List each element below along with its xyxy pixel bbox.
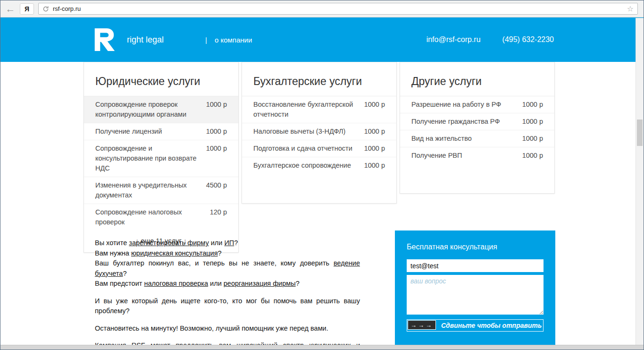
service-price: 1000 р: [364, 127, 385, 137]
consultation-panel: Бесплатная консультация →→→ Сдвиньте что…: [395, 230, 555, 346]
slider-label: Сдвиньте чтобы отправить: [441, 320, 542, 331]
service-name: Изменения в учредительных документах: [95, 180, 201, 200]
intro-paragraph-5: И вы уже который день ищете кого-то, кто…: [95, 296, 360, 316]
nav-about-company[interactable]: о компании: [215, 36, 252, 44]
consultation-title: Бесплатная консультация: [407, 243, 544, 251]
service-row[interactable]: Сопровождение и консультирование при воз…: [84, 140, 238, 177]
reload-icon[interactable]: [42, 6, 49, 12]
service-row[interactable]: Вид на жительство 1000 р: [400, 130, 554, 147]
service-price: 4500 р: [206, 180, 227, 200]
card-other-services: Другие услуги Разрешение на работу в РФ …: [400, 62, 555, 194]
service-price: 1000 р: [206, 144, 227, 173]
service-price: 1000 р: [522, 117, 543, 127]
tax-audit-link[interactable]: налоговая проверка: [144, 280, 208, 287]
service-cards: Юридические услуги Сопровождение проверо…: [84, 62, 555, 253]
service-name: Бухгалтерское сопровождение: [253, 161, 351, 171]
service-price: 1000 р: [522, 151, 543, 161]
card-legal-services: Юридические услуги Сопровождение проверо…: [84, 62, 239, 253]
service-row[interactable]: Получение лицензий 1000 р: [84, 123, 238, 140]
service-name: Получение лицензий: [95, 127, 162, 137]
email-field[interactable]: [407, 259, 544, 272]
service-name: Разрешение на работу в РФ: [411, 100, 501, 110]
rsf-logo-icon[interactable]: [91, 27, 117, 52]
window-status-strip: [0, 345, 644, 350]
slider-handle[interactable]: →→→: [408, 320, 436, 330]
service-row[interactable]: Получение гражданства РФ 1000 р: [400, 113, 554, 130]
send-slider[interactable]: →→→ Сдвиньте чтобы отправить: [407, 319, 544, 332]
service-row[interactable]: Получение РВП 1000 р: [400, 147, 554, 164]
service-row[interactable]: Разрешение на работу в РФ 1000 р: [400, 96, 554, 113]
brand-name: right legal: [127, 35, 164, 45]
service-name: Налоговые вычеты (3-НДФЛ): [253, 127, 345, 137]
page-scrollbar[interactable]: [636, 18, 644, 345]
url-text[interactable]: rsf-corp.ru: [53, 5, 81, 12]
service-row[interactable]: Налоговые вычеты (3-НДФЛ) 1000 р: [242, 123, 396, 140]
service-name: Получение РВП: [411, 151, 462, 161]
yandex-browser-icon[interactable]: Я: [20, 3, 34, 15]
service-row[interactable]: Бухгалтерское сопровождение 1000 р: [242, 157, 396, 174]
service-name: Восстановление бухгалтерской отчетности: [253, 100, 359, 120]
card-title: Юридические услуги: [84, 62, 238, 96]
service-name: Вид на жительство: [411, 134, 472, 144]
service-price: 1000 р: [364, 161, 385, 171]
service-name: Сопровождение налоговых проверок: [95, 207, 204, 227]
service-price: 1000 р: [364, 100, 385, 120]
service-row[interactable]: Изменения в учредительных документах 450…: [84, 177, 238, 204]
intro-line-2: Вам нужна юридическая консультация?: [95, 248, 360, 259]
question-field[interactable]: [407, 275, 544, 315]
card-title: Другие услуги: [400, 62, 554, 96]
bookmark-star-icon[interactable]: ☆: [627, 5, 634, 13]
intro-line-4: Вам предстоит налоговая проверка или рео…: [95, 279, 360, 289]
service-name: Подготовка и сдача отчетности: [253, 144, 352, 154]
intro-paragraph-6: Остановитесь на минутку! Возможно, лучши…: [95, 324, 360, 334]
service-row[interactable]: Подготовка и сдача отчетности 1000 р: [242, 140, 396, 157]
service-name: Сопровождение проверок контролирующими о…: [95, 100, 201, 120]
intro-line-1: Вы хотите зарегистрировать фирму или ИП?: [95, 238, 360, 248]
scrollbar-thumb[interactable]: [637, 120, 643, 146]
service-price: 1000 р: [206, 127, 227, 137]
service-row[interactable]: Восстановление бухгалтерской отчетности …: [242, 96, 396, 123]
service-price: 120 р: [210, 207, 227, 227]
service-row[interactable]: Сопровождение налоговых проверок 120 р: [84, 204, 238, 230]
ip-link[interactable]: ИП: [224, 239, 234, 247]
reorganization-link[interactable]: реорганизация фирмы: [224, 280, 296, 287]
browser-window: ← Я rsf-corp.ru ☆ right legal | о компан…: [0, 0, 644, 350]
back-icon[interactable]: ←: [5, 4, 16, 14]
intro-line-3: Ваш бухгалтер покинул вас, и теперь вы н…: [95, 258, 360, 279]
header-email[interactable]: info@rsf-corp.ru: [427, 35, 481, 44]
browser-toolbar: ← Я rsf-corp.ru ☆: [0, 0, 644, 17]
service-price: 1000 р: [522, 134, 543, 144]
header-phone[interactable]: (495) 632-2230: [502, 35, 554, 44]
service-name: Получение гражданства РФ: [411, 117, 500, 127]
service-price: 1000 р: [364, 144, 385, 154]
url-bar[interactable]: rsf-corp.ru ☆: [38, 3, 638, 15]
site-header: right legal | о компании info@rsf-corp.r…: [0, 17, 644, 62]
register-company-link[interactable]: зарегистрировать фирму: [129, 239, 209, 247]
header-divider: |: [205, 36, 207, 44]
legal-consultation-link[interactable]: юридическая консультация: [131, 249, 218, 257]
service-price: 1000 р: [206, 100, 227, 120]
card-title: Бухгалтерские услуги: [242, 62, 396, 96]
card-accounting-services: Бухгалтерские услуги Восстановление бухг…: [242, 62, 397, 204]
service-name: Сопровождение и консультирование при воз…: [95, 144, 201, 173]
service-price: 1000 р: [522, 100, 543, 110]
intro-text: Вы хотите зарегистрировать фирму или ИП?…: [95, 238, 360, 350]
service-row[interactable]: Сопровождение проверок контролирующими о…: [84, 96, 238, 123]
